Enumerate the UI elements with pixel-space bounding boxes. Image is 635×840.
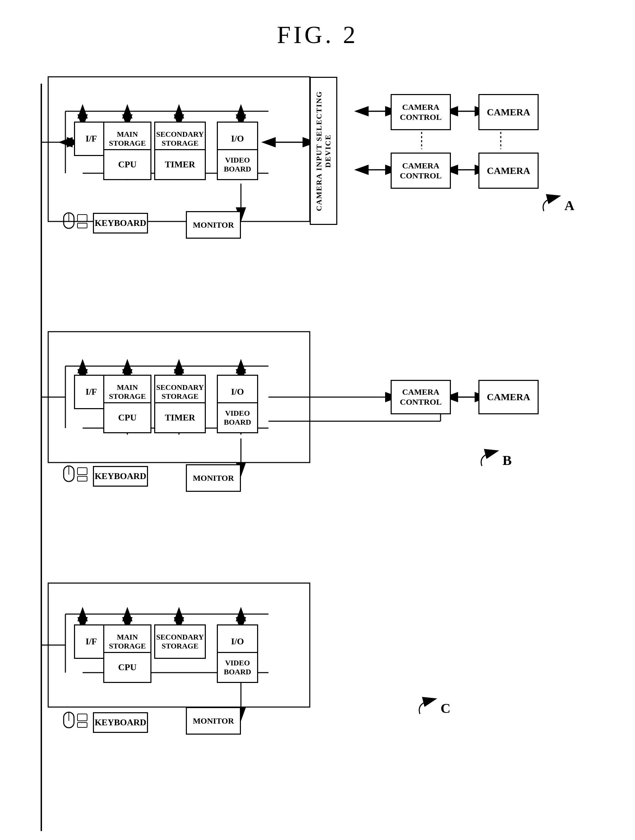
block-monitor-c: MONITOR: [186, 707, 241, 734]
svg-rect-87: [77, 215, 87, 221]
keyboard-area-b: KEYBOARD: [62, 464, 148, 488]
block-cpu-b: CPU: [103, 402, 151, 433]
block-camera-control-1: CAMERA CONTROL: [391, 94, 451, 130]
block-cpu-a: CPU: [103, 149, 151, 180]
mouse-icon-c: [62, 711, 90, 734]
arrow-label-a: [537, 194, 571, 215]
block-monitor-b: MONITOR: [186, 464, 241, 492]
block-keyboard-c: KEYBOARD: [93, 712, 148, 733]
block-timer-a: TIMER: [154, 149, 206, 180]
block-camera-b: CAMERA: [478, 380, 539, 414]
svg-rect-95: [77, 714, 87, 721]
arrow-label-c: [413, 697, 447, 717]
svg-rect-88: [77, 223, 87, 228]
keyboard-area-a: KEYBOARD: [62, 211, 148, 235]
block-camera-1: CAMERA: [478, 94, 539, 130]
block-videoboard-a: VIDEO BOARD: [217, 149, 258, 180]
mouse-icon-a: [62, 211, 90, 235]
block-camera-2: CAMERA: [478, 153, 539, 189]
block-cpu-c: CPU: [103, 652, 151, 683]
arrow-label-b: [475, 449, 509, 469]
keyboard-area-c: KEYBOARD: [62, 711, 148, 734]
block-secondary-storage-c: SECONDARY STORAGE: [154, 624, 206, 659]
diagram: I/F MAIN STORAGE SECONDARY STORAGE I/O C…: [28, 66, 606, 840]
block-keyboard-a: KEYBOARD: [93, 213, 148, 234]
svg-rect-92: [77, 476, 87, 481]
block-camera-input-selector: CAMERA INPUT SELECTING DEVICE: [310, 77, 337, 225]
block-camera-control-2: CAMERA CONTROL: [391, 153, 451, 189]
block-camera-control-b: CAMERA CONTROL: [391, 380, 451, 414]
block-videoboard-c: VIDEO BOARD: [217, 652, 258, 683]
block-videoboard-b: VIDEO BOARD: [217, 402, 258, 433]
figure-title: FIG. 2: [28, 21, 607, 49]
block-keyboard-b: KEYBOARD: [93, 466, 148, 486]
svg-rect-96: [77, 723, 87, 727]
svg-rect-91: [77, 468, 87, 475]
page: FIG. 2: [0, 0, 635, 840]
block-monitor-a: MONITOR: [186, 211, 241, 239]
block-timer-b: TIMER: [154, 402, 206, 433]
mouse-icon-b: [62, 464, 90, 488]
